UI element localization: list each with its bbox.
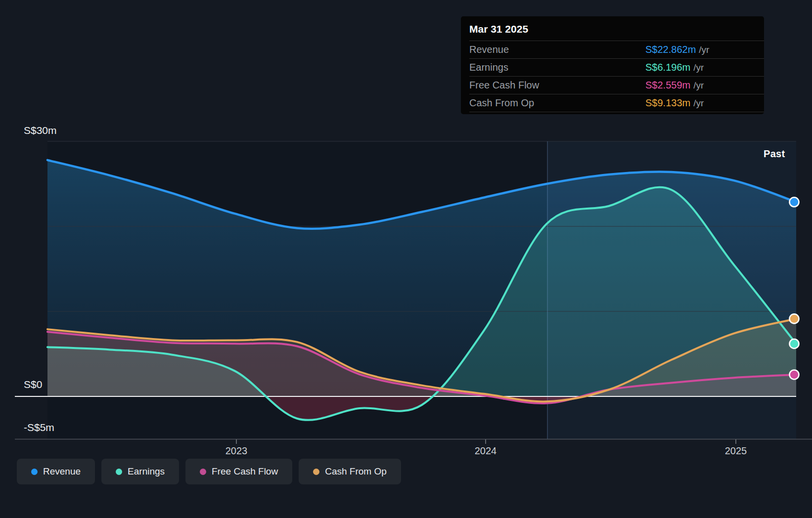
legend-label: Revenue xyxy=(43,466,81,477)
legend-item-cash-from-op[interactable]: Cash From Op xyxy=(299,459,401,484)
tooltip-value: S$6.196m/yr xyxy=(645,62,757,73)
legend-item-earnings[interactable]: Earnings xyxy=(101,459,179,484)
y-axis-label-neg5m: -S$5m xyxy=(24,422,54,433)
tooltip-unit: /yr xyxy=(693,80,704,90)
revenue-dot-icon xyxy=(31,469,38,475)
legend-label: Cash From Op xyxy=(325,466,387,477)
hover-tooltip: Mar 31 2025 Revenue S$22.862m/yr Earning… xyxy=(461,16,764,114)
tooltip-unit: /yr xyxy=(693,98,704,108)
legend-label: Earnings xyxy=(128,466,165,477)
tooltip-value: S$2.559m/yr xyxy=(645,80,757,91)
tooltip-row-revenue: Revenue S$22.862m/yr xyxy=(469,41,764,58)
cash-from-op-end-marker xyxy=(790,314,799,323)
tooltip-row-free-cash-flow: Free Cash Flow S$2.559m/yr xyxy=(469,76,764,94)
financial-history-chart: S$30m S$0 -S$5m 2023 2024 2025 Past Mar … xyxy=(0,0,812,518)
x-axis-label-2024: 2024 xyxy=(456,445,515,457)
free-cash-flow-end-marker xyxy=(790,370,799,379)
tooltip-row-cash-from-op: Cash From Op S$9.133m/yr xyxy=(469,94,764,112)
tooltip-label: Cash From Op xyxy=(469,97,645,109)
tooltip-value: S$9.133m/yr xyxy=(645,97,757,109)
earnings-end-marker xyxy=(790,339,799,348)
y-axis-label-0: S$0 xyxy=(24,379,42,390)
cash-from-op-dot-icon xyxy=(313,469,319,475)
legend-label: Free Cash Flow xyxy=(212,466,278,477)
tooltip-unit: /yr xyxy=(699,44,709,55)
past-period-label: Past xyxy=(764,148,785,160)
legend-item-revenue[interactable]: Revenue xyxy=(17,459,95,484)
tooltip-label: Earnings xyxy=(469,62,645,73)
y-axis-label-30m: S$30m xyxy=(24,125,57,136)
chart-legend: Revenue Earnings Free Cash Flow Cash Fro… xyxy=(17,459,401,484)
x-axis-label-2025: 2025 xyxy=(706,445,766,457)
earnings-dot-icon xyxy=(116,469,122,475)
x-axis-label-2023: 2023 xyxy=(207,445,266,457)
tooltip-label: Revenue xyxy=(469,44,645,55)
tooltip-row-earnings: Earnings S$6.196m/yr xyxy=(469,58,764,76)
tooltip-label: Free Cash Flow xyxy=(469,80,645,91)
tooltip-date-title: Mar 31 2025 xyxy=(461,16,764,41)
x-axis-ticks xyxy=(236,439,736,444)
free-cash-flow-dot-icon xyxy=(200,469,206,475)
tooltip-value: S$22.862m/yr xyxy=(645,44,757,55)
revenue-end-marker xyxy=(790,197,799,207)
tooltip-unit: /yr xyxy=(693,62,704,73)
legend-item-free-cash-flow[interactable]: Free Cash Flow xyxy=(185,459,292,484)
past-period-highlight xyxy=(547,141,796,439)
